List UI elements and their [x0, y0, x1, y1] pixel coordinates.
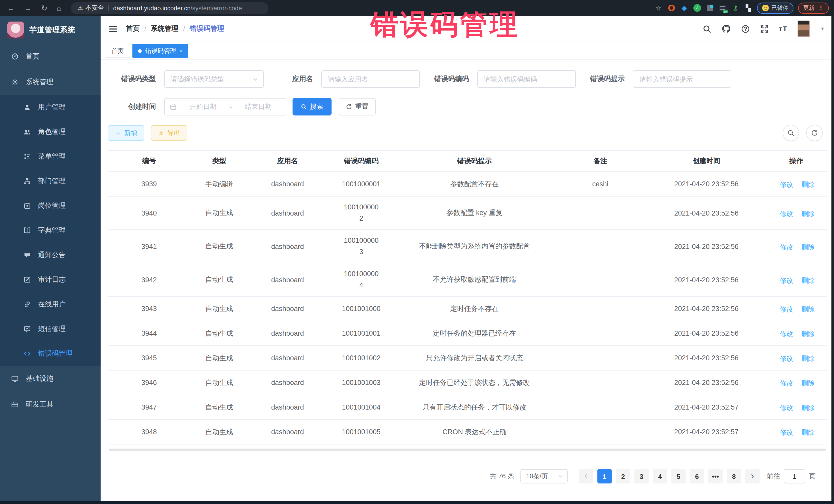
address-bar[interactable]: ⚠ 不安全 dashboard.yudao.iocoder.cn/system/… [70, 2, 268, 14]
jump-page-input[interactable] [784, 469, 805, 483]
edit-row-link[interactable]: 修改 [778, 276, 793, 285]
browser-home-icon[interactable]: ⌂ [57, 4, 61, 12]
sidebar-item-infra[interactable]: 基础设施 [0, 366, 101, 392]
github-icon[interactable] [721, 24, 730, 34]
sidebar-item-audit-log[interactable]: 审计日志 [0, 267, 101, 292]
search-icon [301, 104, 307, 110]
sidebar-item-menu[interactable]: 菜单管理 [0, 144, 101, 169]
show-search-button[interactable] [783, 125, 799, 141]
delete-row-link[interactable]: 删除 [799, 209, 815, 218]
page-tab[interactable]: 错误码管理× [132, 44, 189, 58]
page-button-6[interactable]: 6 [690, 469, 704, 483]
table-row: 3939手动编辑dashboard1001000001参数配置不存在ceshi2… [108, 172, 827, 196]
delete-row-link[interactable]: 删除 [799, 180, 815, 190]
edit-row-link[interactable]: 修改 [778, 379, 793, 388]
delete-row-link[interactable]: 删除 [799, 428, 815, 437]
edit-row-link[interactable]: 修改 [778, 329, 793, 339]
delete-row-link[interactable]: 删除 [799, 379, 815, 388]
sidebar-item-home[interactable]: 首页 [0, 44, 101, 69]
edit-row-link[interactable]: 修改 [778, 209, 793, 218]
edit-row-link[interactable]: 修改 [778, 242, 793, 252]
extension-on-badge-icon[interactable]: on [719, 4, 727, 12]
export-button[interactable]: 导出 [151, 125, 187, 140]
error-code-cell: 1001001000 [327, 297, 395, 321]
sidebar-item-dict[interactable]: 字典管理 [0, 218, 101, 243]
sidebar: 芋道管理系统 首页系统管理用户管理角色管理菜单管理部门管理岗位管理字典管理通知公… [0, 16, 101, 501]
extensions-puzzle-icon[interactable]: ▚ [744, 4, 752, 12]
page-button-1[interactable]: 1 [597, 469, 612, 483]
breadcrumb-item[interactable]: 系统管理 [151, 24, 179, 34]
next-page-button[interactable] [745, 469, 760, 483]
browser-reload-icon[interactable]: ↻ [41, 4, 47, 12]
edit-row-link[interactable]: 修改 [778, 428, 793, 437]
app-name-input[interactable] [321, 70, 420, 88]
prev-page-button[interactable] [579, 469, 593, 483]
extension-green-icon[interactable]: ✓ [693, 4, 701, 12]
delete-row-link[interactable]: 删除 [799, 305, 815, 314]
add-button[interactable]: ＋ 新增 [108, 125, 144, 140]
delete-row-link[interactable]: 删除 [799, 403, 815, 413]
sidebar-item-dept[interactable]: 部门管理 [0, 169, 101, 194]
date-range-picker[interactable]: 开始日期 - 结束日期 [164, 98, 286, 115]
sidebar-item-online-user[interactable]: 在线用户 [0, 292, 101, 317]
extension-paused-badge[interactable]: 已暂停 [757, 2, 793, 14]
delete-row-link[interactable]: 删除 [799, 329, 815, 339]
bookmark-star-icon[interactable]: ☆ [654, 4, 663, 12]
sidebar-item-notice[interactable]: 通知公告 [0, 243, 101, 267]
extension-grid-icon[interactable] [706, 4, 714, 12]
more-pages-button[interactable]: ••• [708, 469, 723, 483]
app-logo-row[interactable]: 芋道管理系统 [0, 16, 101, 44]
page-button-2[interactable]: 2 [616, 469, 630, 483]
time-cell: 2021-04-20 23:52:57 [647, 420, 766, 444]
delete-row-link[interactable]: 删除 [799, 242, 815, 252]
edit-row-link[interactable]: 修改 [778, 305, 793, 314]
browser-forward-icon[interactable]: → [24, 4, 32, 12]
hamburger-icon[interactable] [109, 24, 117, 33]
delete-row-link[interactable]: 删除 [799, 354, 815, 364]
sidebar-item-sms[interactable]: 短信管理 [0, 317, 101, 341]
sidebar-item-user[interactable]: 用户管理 [0, 95, 101, 119]
extension-key-icon[interactable]: ⚷ [731, 4, 740, 12]
horizontal-scrollbar[interactable] [109, 448, 826, 451]
page-tab[interactable]: 首页 [106, 44, 129, 58]
close-tab-icon[interactable]: × [180, 48, 183, 54]
sidebar-item-system[interactable]: 系统管理 [0, 69, 101, 95]
delete-row-link[interactable]: 删除 [799, 276, 815, 285]
search-button[interactable]: 搜索 [292, 98, 332, 115]
browser-menu-icon[interactable]: ⋮ [818, 5, 824, 11]
reset-button[interactable]: 重置 [339, 98, 376, 115]
extension-orange-icon[interactable] [667, 4, 675, 12]
search-icon[interactable] [702, 24, 711, 33]
sidebar-item-post[interactable]: 岗位管理 [0, 194, 101, 218]
delete-row-link-label: 删除 [802, 428, 815, 437]
help-icon[interactable] [741, 24, 750, 33]
browser-back-icon[interactable]: ← [7, 4, 15, 12]
browser-update-button[interactable]: 更新⋮ [798, 2, 829, 14]
refresh-table-button[interactable] [806, 125, 823, 141]
breadcrumb-item[interactable]: 首页 [126, 24, 139, 34]
breadcrumb-item[interactable]: 错误码管理 [190, 24, 224, 34]
page-button-4[interactable]: 4 [653, 469, 667, 483]
page-size-select[interactable]: 10条/页 [521, 469, 568, 483]
delete-row-link-label: 删除 [802, 329, 815, 339]
error-code-input[interactable] [477, 70, 576, 88]
chevron-down-icon[interactable]: ▼ [820, 26, 825, 31]
sidebar-item-dev-tools[interactable]: 研发工具 [0, 392, 101, 417]
edit-row-link[interactable]: 修改 [778, 180, 793, 190]
sidebar-item-role[interactable]: 角色管理 [0, 119, 101, 144]
extension-gem-icon[interactable]: ◆ [680, 4, 688, 12]
avatar[interactable] [797, 21, 810, 37]
sidebar-item-error-code[interactable]: 错误码管理 [0, 341, 101, 366]
page-button-5[interactable]: 5 [671, 469, 686, 483]
edit-row-link[interactable]: 修改 [778, 403, 793, 413]
page-button-8[interactable]: 8 [727, 469, 741, 483]
delete-row-link-label: 删除 [802, 305, 815, 314]
edit-row-link[interactable]: 修改 [778, 354, 793, 364]
remark-cell [553, 196, 647, 230]
font-size-icon[interactable]: тT [779, 25, 787, 33]
page-button-3[interactable]: 3 [634, 469, 649, 483]
fullscreen-icon[interactable] [760, 24, 769, 33]
filter-row-1: 错误码类型 请选择错误码类型 应用名 错误码编码 [108, 70, 827, 88]
error-type-select[interactable]: 请选择错误码类型 [164, 70, 264, 88]
error-hint-input[interactable] [633, 70, 731, 88]
